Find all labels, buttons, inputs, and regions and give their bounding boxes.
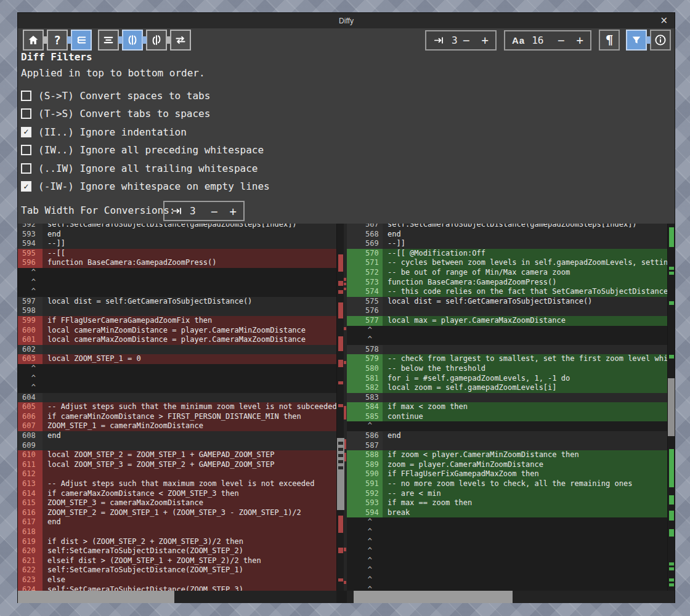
pilcrow-toggle[interactable]: ¶ [599,30,620,51]
font-size-stepper: Aa 16 − + [504,30,591,51]
home-button[interactable] [23,30,44,51]
code-row: 595--[[ [18,249,336,259]
line-text: continue [383,412,667,422]
line-text [43,527,336,537]
right-diff-pane: 567self.SetCameraToSubjectDistance(gamep… [347,224,667,591]
left-hscroll-track[interactable] [18,591,336,603]
left-pane-scrollbar[interactable] [336,224,344,591]
left-hscroll-thumb[interactable] [18,591,174,603]
code-row: 592-- are < min [347,489,667,499]
deletion-marker [344,288,346,290]
deletion-marker [344,548,346,551]
filter-option-label: (S->T) Convert spaces to tabs [38,90,210,102]
line-number: 575 [347,297,383,307]
filter-option-label: (-IW-) Ignore whitespace on empty lines [38,180,270,192]
line-text [383,326,667,336]
deletion-marker [338,290,343,294]
line-number: 593 [347,498,383,508]
filler-caret: ^ [347,421,383,431]
line-text [383,345,667,355]
filler-caret: ^ [347,527,383,537]
filter-checkbox[interactable] [21,91,31,101]
line-number: 605 [18,402,43,412]
line-text: -- below the threshold [383,364,667,374]
tab-width-decrease-button[interactable]: − [211,205,217,218]
line-number: 577 [347,316,383,326]
line-number: 579 [347,354,383,364]
view-toolbar: ? [23,30,191,51]
line-text [383,537,667,547]
unified-view-button[interactable] [71,30,92,51]
addition-marker [669,578,674,582]
line-text [43,364,336,374]
line-text: local ZOOM_STEP_1 = 0 [43,354,336,364]
swap-sides-button[interactable] [170,30,191,51]
line-number: 618 [18,527,43,537]
font-size-increase-button[interactable]: + [577,33,583,47]
deletion-marker [338,516,343,533]
line-text [383,306,667,316]
tab-width-increase-button[interactable]: + [230,205,237,218]
help-button[interactable]: ? [47,30,68,51]
diffy-window: Diffy × ? 3 − + Aa 16 − + ¶ [17,12,675,603]
split-right-button[interactable] [146,30,167,51]
font-size-decrease-button[interactable]: − [558,33,564,47]
filter-checkbox[interactable] [21,108,31,119]
right-hscroll-thumb[interactable] [354,591,513,603]
split-center-icon [126,34,139,46]
filter-toggle[interactable] [626,30,647,51]
line-number: 598 [18,306,43,316]
line-number: 580 [347,364,383,374]
line-number: 621 [18,556,43,566]
line-number: 596 [18,258,43,268]
vertical-scrollbar-thumb[interactable] [668,378,675,436]
tab-size-decrease-button[interactable]: − [463,33,469,47]
filter-option: (T->S) Convert tabs to spaces [21,108,270,120]
tab-size-increase-button[interactable]: + [482,33,489,47]
code-row: 601local cameraMaxZoomDistance = player.… [18,335,336,345]
filter-option-label: (..IW) Ignore all trailing whitespace [38,163,258,174]
line-text: --]] [43,239,336,249]
code-row: 569--]] [347,239,667,249]
toolbar-connector [67,36,71,44]
filter-options-list: (S->T) Convert spaces to tabs(T->S) Conv… [21,89,270,198]
line-text: --[[ @Modification:Off [383,249,667,259]
split-center-button[interactable] [122,30,143,51]
line-number: 589 [347,460,383,470]
addition-marker [669,355,674,359]
line-text: --[[ [43,249,336,259]
line-text [383,335,667,345]
line-number: 568 [347,230,383,240]
code-row: 593end [18,230,336,240]
line-number: 576 [347,306,383,316]
filter-checkbox[interactable]: ✓ [21,127,31,137]
line-text [383,421,667,431]
code-row: 607ZOOM_STEP_1 = cameraMinZoomDistance [18,421,336,431]
code-row: 593if max == zoom then [347,498,667,508]
line-text: self:SetCameraToSubjectDistance(ZOOM_STE… [43,585,336,591]
info-button[interactable] [650,30,671,51]
addition-marker [669,567,674,570]
filler-row: ^ [347,335,667,345]
code-row: 596function BaseCamera:GamepadZoomPress(… [18,258,336,268]
line-number: 592 [347,489,383,499]
right-hscroll-track[interactable] [347,591,675,603]
line-text: ZOOM_STEP_1 = cameraMinZoomDistance [43,421,336,431]
deletion-marker [338,381,343,384]
align-lines-button[interactable] [98,30,119,51]
code-row: 571-- cycles between zoom levels in self… [347,258,667,268]
filter-checkbox[interactable]: ✓ [21,181,31,192]
line-number: 585 [347,412,383,422]
line-text: if cameraMaxZoomDistance < ZOOM_STEP_3 t… [43,489,336,499]
settings-toolbar: 3 − + Aa 16 − + ¶ [425,30,671,51]
toolbar-connector [646,36,651,44]
filter-checkbox[interactable] [21,145,31,155]
deletion-marker [344,361,346,364]
code-row: 574-- this code relies on the fact that … [347,287,667,297]
line-text [43,306,336,316]
line-text: end [43,517,336,527]
close-button[interactable]: × [660,15,668,26]
deletion-marker [338,404,343,407]
right-pane-scrollbar[interactable] [667,224,675,591]
filter-checkbox[interactable] [21,163,31,174]
